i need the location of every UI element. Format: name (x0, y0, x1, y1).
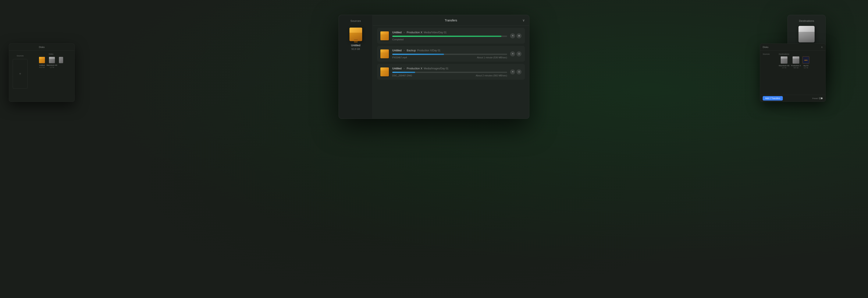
transfer-dest-2: Backup (407, 49, 416, 52)
right-window-title: Disks (763, 46, 768, 48)
left-disk-1-size: 92,8 GB (39, 67, 45, 68)
left-disk-3[interactable] (59, 57, 63, 63)
right-disk-1-name: Macintosh HD (779, 65, 789, 67)
status-file-2: PX03467.mp4 (392, 56, 407, 59)
status-file-3: DSC_200467.DNG (392, 74, 412, 77)
left-disk-1-name: Untitled (39, 64, 45, 66)
progress-fill-1 (392, 36, 501, 37)
left-disk-items: Untitled 92,8 GB Macintosh HD 2,2 TB (39, 57, 63, 68)
left-window-body: Sources + Disks Untitled 92,8 GB Macinto… (9, 51, 74, 101)
add-source-icon: + (19, 72, 22, 76)
status-time-3: About 2 minutes (582 MB/sec) (476, 74, 507, 77)
progress-fill-2 (392, 54, 444, 55)
right-disk-grid: Macintosh HD 3,5 TB Production X 585 GB … (779, 56, 823, 68)
preset-label: Preset (812, 97, 818, 99)
main-transfers-panel: Sources Untitled 92,8 GB Transfers ∨ (339, 15, 529, 119)
right-disk-3-name: My-S3 (804, 65, 808, 67)
preset-toggle[interactable]: Preset (812, 97, 823, 99)
status-text-1: Completed (392, 38, 403, 41)
transfer-source-1: Untitled (392, 31, 402, 34)
left-window-header: Disks (9, 44, 74, 51)
right-window-body: Sources Destinations Macintosh HD 3,5 TB… (760, 51, 826, 95)
progress-bar-1 (392, 36, 507, 37)
transfer-item-2: Untitled → Backup Production X/Day 01 PX… (377, 46, 525, 62)
transfer-subpath-2: Production X/Day 01 (417, 49, 440, 52)
right-window-header: Disks ∧ (760, 44, 826, 51)
transfer-arrow-1: → (403, 31, 405, 34)
right-disk-3-size: 3,2 TB (804, 67, 808, 68)
transfer-arrow-2: → (403, 49, 405, 52)
source-disk-name: Untitled (351, 44, 360, 47)
left-disk-1[interactable]: Untitled 92,8 GB (39, 57, 45, 68)
transfer-source-icon (380, 31, 389, 40)
close-transfer-1[interactable]: ✕ (510, 33, 515, 38)
right-dest-label: Destinations (779, 53, 823, 55)
left-sources-col: Sources + (12, 53, 29, 99)
transfer-arrow-3: → (403, 67, 405, 70)
transfer-info-1: Untitled → Production X Media/Video/Day … (392, 31, 507, 41)
transfer-controls-1: ✕ ⊕ (510, 33, 522, 38)
right-disk-3[interactable]: aws My-S3 3,2 TB (803, 56, 809, 68)
preset-toggle-switch[interactable] (818, 97, 823, 99)
right-window-chevron[interactable]: ∧ (821, 46, 823, 49)
left-window-title: Disks (39, 46, 45, 48)
close-transfer-2[interactable]: ✕ (510, 51, 515, 56)
transfers-area: Transfers ∨ Untitled → Production X Medi… (373, 15, 529, 119)
right-sources-col: Sources (763, 53, 775, 92)
left-drop-area[interactable]: + (13, 59, 28, 89)
progress-fill-3 (392, 72, 415, 73)
transfer-dest-1: Production X (407, 31, 422, 34)
left-disk-2-size: 2,2 TB (50, 67, 54, 68)
progress-bar-2 (392, 54, 507, 55)
right-disk-1-size: 3,5 TB (782, 67, 786, 68)
right-disks-window: Disks ∧ Sources Destinations Macintosh H… (760, 43, 826, 102)
sources-sidebar: Sources Untitled 92,8 GB (339, 15, 373, 119)
transfer-status-3: DSC_200467.DNG About 2 minutes (582 MB/s… (392, 74, 507, 77)
transfers-header: Transfers ∨ (373, 15, 529, 26)
transfer-status-1: Completed (392, 38, 507, 41)
left-disk-2-name: Macintosh HD (46, 64, 57, 66)
source-disk-container[interactable]: Untitled 92,8 GB (349, 28, 363, 50)
status-time-2: About 1 minute (536 MB/sec) (477, 56, 507, 59)
transfer-dest-3: Production X (407, 67, 422, 70)
transfer-info-2: Untitled → Backup Production X/Day 01 PX… (392, 49, 507, 59)
transfer-controls-3: ✕ ⊙ (510, 69, 522, 74)
add-transfers-button[interactable]: Add 2 Transfers (763, 96, 783, 100)
source-disk-size: 92,8 GB (351, 48, 360, 50)
right-sources-label: Sources (763, 53, 775, 55)
right-disk-2-name: Production X (791, 65, 801, 67)
right-disk-2-size: 585 GB (794, 67, 799, 68)
left-disks-label: Disks (49, 53, 53, 55)
transfer-item-3: Untitled → Production X Media/Images/Day… (377, 64, 525, 80)
right-disk-2[interactable]: Production X 585 GB (791, 56, 801, 68)
transfer-source-icon-2 (380, 50, 389, 58)
progress-bar-3 (392, 72, 507, 73)
left-sources-label: Sources (17, 55, 24, 57)
right-window-footer: Add 2 Transfers Preset (760, 95, 826, 101)
transfer-source-icon-3 (380, 67, 389, 77)
sources-label: Sources (350, 19, 361, 23)
right-destinations-col: Destinations Macintosh HD 3,5 TB Product… (779, 53, 823, 92)
transfer-status-2: PX03467.mp4 About 1 minute (536 MB/sec) (392, 56, 507, 59)
transfer-path-1: Untitled → Production X Media/Video/Day … (392, 31, 507, 34)
transfers-title: Transfers (445, 19, 457, 22)
transfer-subpath-1: Media/Video/Day 01 (424, 31, 447, 34)
collapse-chevron[interactable]: ∨ (522, 18, 525, 22)
transfer-path-3: Untitled → Production X Media/Images/Day… (392, 67, 507, 70)
transfer-source-3: Untitled (392, 67, 402, 70)
transfer-path-2: Untitled → Backup Production X/Day 01 (392, 49, 507, 52)
pause-transfer-3[interactable]: ⊙ (517, 69, 522, 74)
transfer-source-2: Untitled (392, 49, 402, 52)
transfer-item: Untitled → Production X Media/Video/Day … (377, 28, 525, 44)
right-disk-1[interactable]: Macintosh HD 3,5 TB (779, 56, 789, 68)
left-disks-window: Disks Sources + Disks Untitled 92,8 GB M… (9, 43, 74, 102)
left-disks-col: Disks Untitled 92,8 GB Macintosh HD 2,2 … (30, 53, 72, 99)
close-transfer-3[interactable]: ✕ (510, 69, 515, 74)
search-transfer-1[interactable]: ⊕ (517, 33, 522, 38)
transfer-info-3: Untitled → Production X Media/Images/Day… (392, 67, 507, 77)
transfer-controls-2: ✕ ⊙ (510, 51, 522, 56)
transfer-subpath-3: Media/Images/Day 01 (424, 67, 448, 70)
destinations-label: Destinations (799, 19, 814, 23)
left-disk-2[interactable]: Macintosh HD 2,2 TB (46, 57, 57, 68)
pause-transfer-2[interactable]: ⊙ (517, 51, 522, 56)
